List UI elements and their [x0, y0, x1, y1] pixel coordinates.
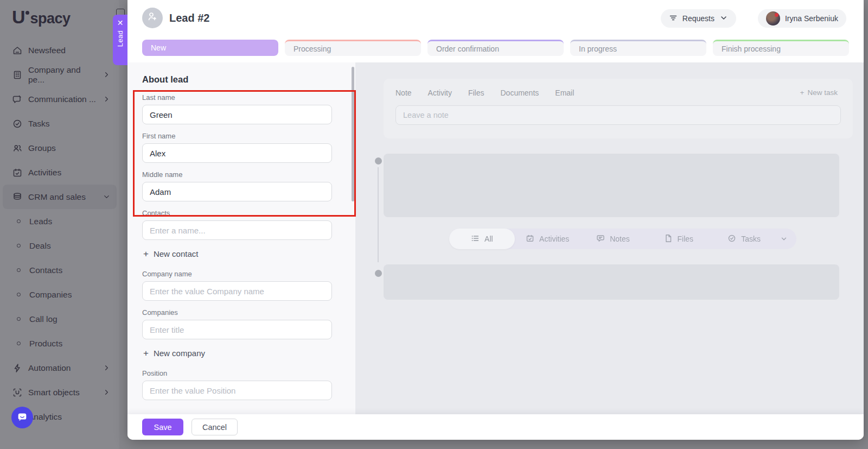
chat-widget-button[interactable]: [11, 407, 33, 428]
timeline-dot: [375, 270, 382, 277]
message-icon: [596, 234, 605, 244]
tab-activity[interactable]: Activity: [428, 88, 452, 97]
filter-tasks[interactable]: Tasks: [711, 229, 777, 249]
user-avatar: [766, 11, 780, 26]
check-circle-icon: [727, 234, 736, 244]
field-label: Middle name: [142, 170, 355, 179]
new-company-button[interactable]: + New company: [143, 349, 205, 358]
section-title: About lead: [142, 74, 355, 85]
person-add-icon: [146, 11, 158, 25]
field-label: First name: [142, 132, 355, 140]
field-contacts: Contacts: [142, 209, 355, 240]
first-name-input[interactable]: [142, 143, 332, 163]
filter-all[interactable]: All: [449, 229, 515, 249]
company-name-input[interactable]: [142, 281, 332, 301]
requests-label: Requests: [682, 14, 714, 23]
stage-finish-processing[interactable]: Finish processing: [713, 40, 849, 56]
new-task-button[interactable]: + New task: [797, 88, 841, 97]
page-title: Lead #2: [169, 12, 209, 24]
field-label: Last name: [142, 93, 355, 102]
tab-note[interactable]: Note: [395, 88, 412, 97]
user-name: Iryna Serbeniuk: [785, 14, 838, 23]
save-button[interactable]: Save: [142, 419, 183, 435]
file-icon: [664, 234, 673, 244]
screen: U spacy Newsfeed Company and pe... Commu…: [0, 0, 868, 449]
close-icon[interactable]: ✕: [117, 19, 124, 27]
stage-new[interactable]: New: [142, 40, 278, 56]
new-contact-button[interactable]: + New contact: [143, 249, 198, 258]
modal-footer: Save Cancel: [127, 414, 864, 440]
lead-modal: ✕ Lead Lead #2 Requests Iryna Serbeniuk: [127, 0, 864, 440]
field-position: Position: [142, 369, 355, 400]
user-menu[interactable]: Iryna Serbeniuk: [758, 9, 846, 28]
lead-modal-side-tab[interactable]: ✕ Lead: [113, 15, 127, 65]
tab-email[interactable]: Email: [555, 88, 574, 97]
leave-note-input[interactable]: [395, 105, 841, 125]
timeline-panel: Note Activity Files Documents Email + Ne…: [355, 62, 864, 414]
field-companies: Companies: [142, 308, 355, 339]
timeline-line: [378, 167, 379, 262]
filter-files[interactable]: Files: [646, 229, 711, 249]
stage-in-progress[interactable]: In progress: [570, 40, 706, 56]
field-company-name: Company name: [142, 270, 355, 301]
chat-bubble-icon: [16, 411, 28, 425]
composer-tabs: Note Activity Files Documents Email + Ne…: [395, 88, 841, 97]
stage-processing[interactable]: Processing: [285, 40, 421, 56]
plus-icon: +: [143, 250, 149, 258]
chevron-down-icon: [719, 14, 728, 24]
timeline-filter-bar: All Activities Notes Files: [449, 229, 796, 249]
timeline-item-placeholder: [384, 264, 839, 300]
plus-icon: +: [800, 88, 805, 97]
filter-lines-icon: [669, 14, 678, 24]
last-name-input[interactable]: [142, 105, 332, 124]
stage-order-confirmation[interactable]: Order confirmation: [427, 40, 564, 56]
plus-icon: +: [143, 349, 149, 357]
field-label: Companies: [142, 308, 355, 317]
field-first-name: First name: [142, 132, 355, 163]
tab-documents[interactable]: Documents: [500, 88, 539, 97]
calendar-icon: [526, 234, 534, 244]
list-icon: [471, 234, 480, 244]
chevron-down-icon[interactable]: [777, 235, 791, 243]
cancel-button[interactable]: Cancel: [192, 419, 238, 435]
lead-avatar: [142, 8, 163, 28]
contacts-input[interactable]: [142, 220, 332, 240]
about-lead-panel: About lead Last name First name Middle n…: [127, 62, 355, 414]
field-middle-name: Middle name: [142, 170, 355, 201]
companies-input[interactable]: [142, 320, 332, 339]
field-label: Position: [142, 369, 355, 377]
pipeline-stage-bar: New Processing Order confirmation In pro…: [142, 40, 849, 56]
timeline-dot: [375, 157, 382, 165]
filter-notes[interactable]: Notes: [580, 229, 646, 249]
tab-files[interactable]: Files: [468, 88, 484, 97]
modal-header: Lead #2 Requests Iryna Serbeniuk: [127, 0, 864, 36]
form-scrollbar[interactable]: [352, 67, 354, 201]
field-label: Company name: [142, 270, 355, 278]
note-composer-card: Note Activity Files Documents Email + Ne…: [384, 79, 853, 138]
filter-activities[interactable]: Activities: [515, 229, 580, 249]
timeline-disabled-content: Note Activity Files Documents Email + Ne…: [355, 62, 864, 414]
field-label: Contacts: [142, 209, 355, 217]
lead-tab-label: Lead: [116, 30, 124, 47]
timeline-item-placeholder: [384, 154, 839, 217]
field-last-name: Last name: [142, 93, 355, 124]
requests-dropdown[interactable]: Requests: [661, 9, 736, 28]
header-actions: Requests Iryna Serbeniuk: [661, 9, 846, 28]
middle-name-input[interactable]: [142, 182, 332, 201]
position-input[interactable]: [142, 381, 332, 400]
